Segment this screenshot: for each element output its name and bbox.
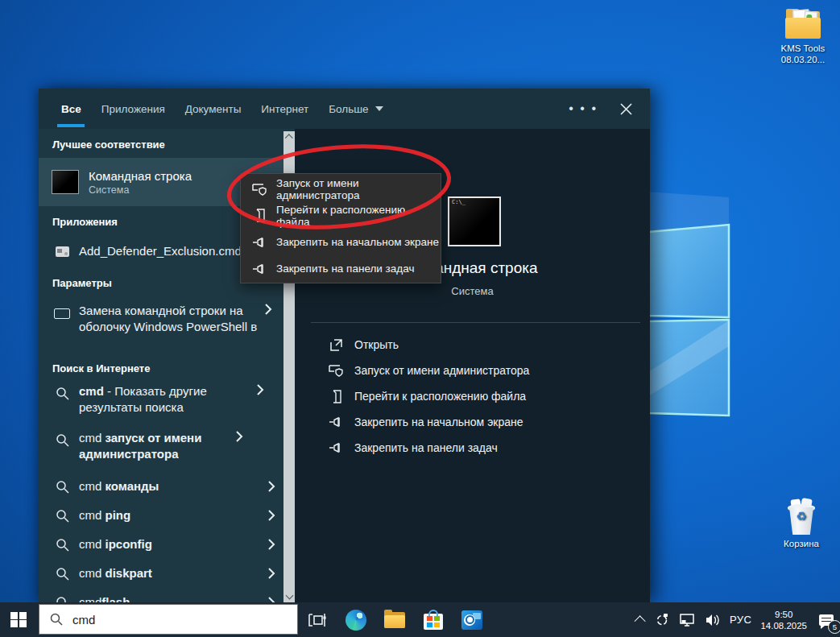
cmd-app-icon-large xyxy=(448,196,501,246)
pin-icon xyxy=(250,237,268,248)
search-icon xyxy=(52,430,72,447)
divider xyxy=(311,322,640,323)
file-location-icon xyxy=(327,390,345,403)
menu-run-as-admin[interactable]: Запуск от имени администратора xyxy=(241,176,441,202)
screen: KMS Tools 08.03.20... ♻ Корзина Все Прил… xyxy=(0,0,840,637)
clock[interactable]: 9:50 14.08.2025 xyxy=(760,609,807,631)
chevron-right-icon xyxy=(232,430,246,443)
search-icon xyxy=(52,538,72,552)
tray-cast-icon[interactable] xyxy=(654,613,670,627)
start-button[interactable] xyxy=(0,602,37,637)
context-menu: Запуск от имени администратора Перейти к… xyxy=(240,173,441,283)
search-icon xyxy=(50,613,63,626)
result-label: Add_Defender_Exclusion.cmd xyxy=(72,243,264,259)
menu-open-file-location[interactable]: Перейти к расположению файла xyxy=(241,202,441,229)
notification-badge: 5 xyxy=(828,620,840,634)
chevron-right-icon xyxy=(264,538,279,551)
web-suggestion[interactable]: cmd ping xyxy=(39,501,283,530)
search-filter-tabs: Все Приложения Документы Интернет Больше… xyxy=(39,89,650,129)
search-query-text: cmd xyxy=(72,613,95,627)
system-tray: РУС 9:50 14.08.2025 5 xyxy=(637,602,837,637)
chevron-right-icon xyxy=(264,480,279,493)
action-open-file-location[interactable]: Перейти к расположению файла xyxy=(295,383,650,409)
result-title: Командная строка xyxy=(89,169,192,183)
taskbar-search-input[interactable]: cmd xyxy=(39,604,298,635)
web-suggestion[interactable]: cmd diskpart xyxy=(39,559,283,588)
section-header-web: Поиск в Интернете xyxy=(39,353,283,378)
desktop-icon-label: KMS Tools xyxy=(768,43,838,54)
console-setting-icon xyxy=(54,308,70,319)
result-label: Замена командной строки на оболочку Wind… xyxy=(72,303,261,335)
edge-browser-icon[interactable] xyxy=(345,609,367,631)
clock-time: 9:50 xyxy=(760,609,807,620)
cmd-file-icon xyxy=(56,246,69,257)
scroll-down-icon[interactable] xyxy=(283,589,295,601)
tray-volume-icon[interactable] xyxy=(705,613,721,627)
taskbar-app-icons xyxy=(301,602,483,637)
web-suggestion[interactable]: cmd - Показать другие результаты поиска xyxy=(39,378,283,425)
cmd-app-icon xyxy=(52,170,79,194)
preview-actions: Открыть Запуск от имени администратора П… xyxy=(295,332,650,461)
chevron-right-icon xyxy=(264,567,279,580)
more-icon[interactable]: • • • xyxy=(569,101,598,116)
taskbar: cmd xyxy=(0,602,840,637)
desktop-icon-recycle-bin[interactable]: ♻ Корзина xyxy=(767,499,836,549)
desktop-icon-label: 08.03.20... xyxy=(768,54,838,65)
web-suggestion[interactable]: cmd запуск от имени администратора xyxy=(39,425,283,472)
pin-icon xyxy=(327,416,345,428)
tray-expand-icon[interactable] xyxy=(637,616,645,624)
scroll-up-icon[interactable] xyxy=(283,131,295,143)
result-setting-item[interactable]: Замена командной строки на оболочку Wind… xyxy=(39,298,283,353)
tab-web[interactable]: Интернет xyxy=(261,89,308,129)
search-flyout-panel: Все Приложения Документы Интернет Больше… xyxy=(39,89,650,602)
search-icon xyxy=(52,509,72,523)
desktop-icon-kms-tools[interactable]: KMS Tools 08.03.20... xyxy=(768,8,838,65)
tab-documents[interactable]: Документы xyxy=(185,89,242,129)
result-subtitle: Система xyxy=(89,184,192,196)
clock-date: 14.08.2025 xyxy=(760,620,807,631)
chevron-right-icon xyxy=(261,303,275,316)
language-indicator[interactable]: РУС xyxy=(730,614,752,626)
preview-subtitle: Система xyxy=(295,285,650,297)
tab-all[interactable]: Все xyxy=(61,89,81,129)
section-header-best-match: Лучшее соответствие xyxy=(39,129,283,155)
web-suggestion[interactable]: cmd команды xyxy=(39,472,283,501)
pin-icon xyxy=(250,263,268,275)
close-icon[interactable] xyxy=(620,103,632,115)
action-center-button[interactable]: 5 xyxy=(816,602,837,637)
outlook-icon[interactable] xyxy=(461,609,483,631)
web-suggestion[interactable]: cmd ipconfig xyxy=(39,530,283,559)
action-pin-to-taskbar[interactable]: Закрепить на панели задач xyxy=(295,435,650,461)
run-as-admin-icon xyxy=(250,182,268,196)
folder-icon xyxy=(784,8,821,40)
tray-network-icon[interactable] xyxy=(679,613,696,627)
menu-pin-to-taskbar[interactable]: Закрепить на панели задач xyxy=(241,255,441,282)
open-icon xyxy=(327,338,345,352)
dropdown-caret-icon xyxy=(375,106,383,111)
file-location-icon xyxy=(250,209,268,222)
microsoft-store-icon[interactable] xyxy=(422,609,445,631)
recycle-bin-icon: ♻ xyxy=(784,499,819,536)
search-icon xyxy=(52,383,72,400)
windows-logo-icon xyxy=(10,612,27,628)
search-icon xyxy=(52,480,72,494)
search-icon xyxy=(52,567,72,581)
chevron-right-icon xyxy=(264,509,279,522)
menu-pin-to-start[interactable]: Закрепить на начальном экране xyxy=(241,229,441,255)
tab-apps[interactable]: Приложения xyxy=(101,89,165,129)
action-open[interactable]: Открыть xyxy=(295,332,650,358)
chevron-right-icon xyxy=(253,383,267,396)
pin-icon xyxy=(327,442,345,453)
run-as-admin-icon xyxy=(327,363,345,378)
desktop-icon-label: Корзина xyxy=(767,538,836,549)
file-explorer-icon[interactable] xyxy=(383,609,406,631)
task-view-button[interactable] xyxy=(306,609,329,631)
action-pin-to-start[interactable]: Закрепить на начальном экране xyxy=(295,409,650,435)
action-run-as-admin[interactable]: Запуск от имени администратора xyxy=(295,358,650,383)
tab-more[interactable]: Больше xyxy=(329,89,383,129)
